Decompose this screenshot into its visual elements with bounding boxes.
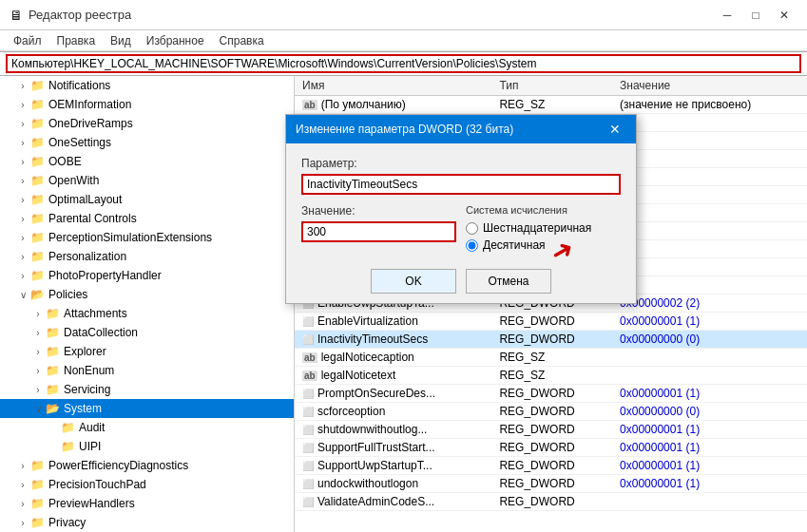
hex-radio[interactable] [466, 222, 478, 235]
cancel-button[interactable]: Отмена [466, 269, 551, 294]
value-section: Значение: [301, 204, 456, 242]
hex-label: Шестнадцатеричная [483, 221, 591, 235]
ok-button[interactable]: OK [371, 269, 456, 294]
dialog-title: Изменение параметра DWORD (32 бита) [296, 123, 513, 136]
dword-dialog: Изменение параметра DWORD (32 бита) ✕ Па… [285, 114, 637, 304]
radios-section: Система исчисления Шестнадцатеричная Дес… [466, 204, 621, 256]
dec-label: Десятичная [483, 238, 546, 252]
system-label: Система исчисления [466, 204, 621, 216]
dialog-overlay: Изменение параметра DWORD (32 бита) ✕ Па… [0, 0, 807, 532]
dialog-close-button[interactable]: ✕ [604, 120, 626, 139]
dialog-row: Значение: Система исчисления Шестнадцате… [301, 204, 621, 256]
dialog-body: Параметр: Значение: Система исчисления Ш… [286, 143, 636, 303]
value-input[interactable] [301, 221, 456, 242]
dec-radio-row: Десятичная [466, 238, 621, 252]
hex-radio-row: Шестнадцатеричная [466, 221, 621, 235]
param-label: Параметр: [301, 157, 621, 170]
dec-radio[interactable] [466, 239, 478, 252]
param-input[interactable] [301, 174, 621, 195]
dialog-buttons: OK Отмена [301, 269, 621, 294]
dialog-title-bar: Изменение параметра DWORD (32 бита) ✕ [286, 115, 636, 143]
value-label: Значение: [301, 204, 456, 218]
